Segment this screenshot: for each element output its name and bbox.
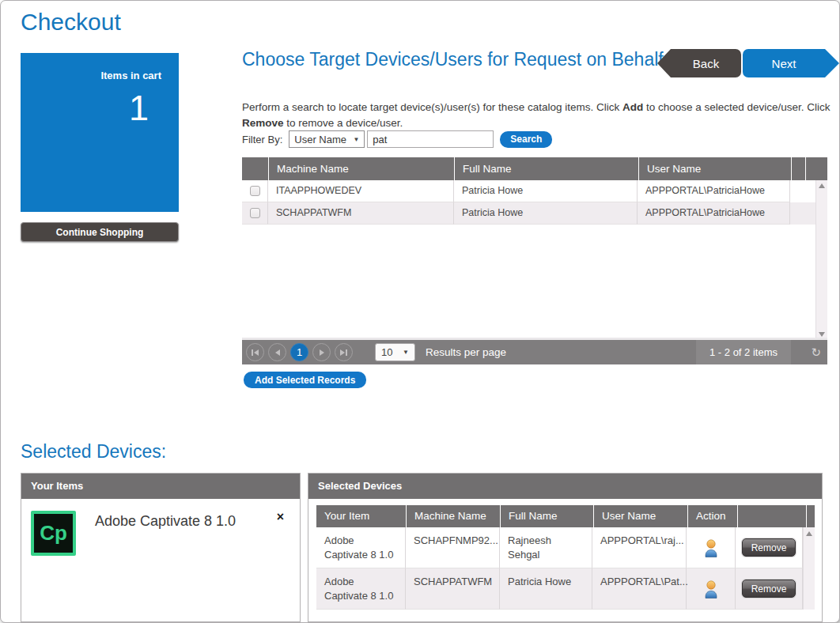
machine-name-cell: SCHAPPATWFM (268, 202, 454, 225)
scroll-up-icon[interactable] (806, 531, 812, 536)
table-row: Adobe Captivate 8 1.0 SCHAPFNMP92... Raj… (316, 527, 815, 568)
chevron-down-icon: ▼ (403, 349, 409, 356)
back-arrow-icon (657, 49, 671, 77)
user-icon[interactable] (703, 580, 719, 598)
selected-devices-panel: Selected Devices Your Item Machine Name … (308, 473, 823, 622)
selected-devices-header: Selected Devices (308, 474, 822, 499)
remove-button[interactable]: Remove (742, 538, 796, 557)
your-item-cell: Adobe Captivate 8 1.0 (316, 527, 406, 568)
user-name-cell: APPPORTAL\PatriciaHowe (638, 202, 790, 225)
full-name-column-header[interactable]: Full Name (455, 157, 638, 180)
search-input[interactable] (367, 130, 494, 148)
filter-field-selected: User Name (294, 134, 346, 145)
continue-shopping-button[interactable]: Continue Shopping (21, 222, 179, 242)
table-row[interactable]: ITAAPPHOWEDEV Patricia Howe APPPORTAL\Pa… (242, 180, 827, 202)
results-grid-header: Machine Name Full Name User Name (242, 157, 827, 180)
next-button-label: Next (743, 49, 825, 77)
user-name-column-header[interactable]: User Name (594, 505, 687, 527)
previous-page-icon (275, 349, 280, 356)
table-row[interactable]: SCHAPPATWFM Patricia Howe APPPORTAL\Patr… (242, 202, 827, 225)
add-selected-records-button[interactable]: Add Selected Records (244, 372, 366, 388)
captivate-logo-icon: Cp (31, 511, 76, 556)
user-name-cell: APPPORTAL\PatriciaHowe (638, 180, 790, 202)
user-name-column-header[interactable]: User Name (639, 157, 791, 180)
machine-name-column-header[interactable]: Machine Name (407, 505, 500, 527)
machine-name-cell: SCHAPFNMP92... (406, 527, 500, 568)
remove-button[interactable]: Remove (742, 580, 796, 598)
back-button[interactable]: Back (657, 49, 741, 77)
cart-items-count: 1 (129, 88, 149, 129)
checkout-page: Checkout Items in cart 1 Continue Shoppi… (0, 0, 840, 623)
page-size-value: 10 (381, 346, 392, 358)
full-name-cell: Patricia Howe (454, 180, 638, 202)
action-column-header[interactable]: Action (688, 505, 737, 527)
your-items-header: Your Items (21, 474, 300, 499)
next-button[interactable]: Next (743, 49, 839, 77)
table-row: Adobe Captivate 8 1.0 SCHAPPATWFM Patric… (316, 568, 815, 610)
filter-field-dropdown[interactable]: User Name ▼ (289, 130, 365, 148)
instructions-add-keyword: Add (622, 101, 643, 113)
remove-cell: Remove (736, 527, 803, 568)
cart-summary: Items in cart 1 (21, 53, 179, 212)
instructions-part3: to remove a device/user. (284, 117, 403, 129)
instructions-part1: Perform a search to locate target device… (242, 101, 622, 113)
last-page-icon (340, 349, 345, 356)
results-grid-body: ITAAPPHOWEDEV Patricia Howe APPPORTAL\Pa… (242, 180, 827, 340)
full-name-cell: Patricia Howe (500, 568, 592, 610)
user-name-cell: APPPORTAL\Pat... (592, 568, 687, 610)
first-page-button[interactable] (246, 343, 264, 361)
full-name-column-header[interactable]: Full Name (501, 505, 593, 527)
wizard-step-heading: Choose Target Devices/Users for Request … (242, 48, 665, 71)
pagination-bar: 1 10 ▼ Results per page 1 - 2 of 2 items… (242, 338, 827, 364)
first-page-icon (254, 349, 259, 356)
row-checkbox[interactable] (250, 186, 260, 196)
instructions-part2: to choose a selected device/user. Click (643, 101, 830, 113)
items-count-label: 1 - 2 of 2 items (696, 340, 791, 364)
action-cell (687, 527, 736, 568)
scrollbar-column-header (806, 157, 827, 180)
next-page-button[interactable] (312, 343, 331, 361)
filter-by-label: Filter By: (242, 134, 282, 145)
next-arrow-icon (825, 49, 839, 77)
vertical-scrollbar[interactable] (803, 527, 815, 610)
close-icon[interactable]: × (277, 510, 284, 524)
checkbox-column-header (242, 157, 268, 180)
your-item-column-header[interactable]: Your Item (316, 505, 406, 527)
action-cell (687, 568, 736, 610)
vertical-scrollbar[interactable] (815, 180, 827, 340)
scroll-down-icon[interactable] (819, 332, 825, 337)
scroll-up-icon[interactable] (819, 183, 825, 188)
instructions-text: Perform a search to locate target device… (242, 100, 834, 131)
chevron-down-icon: ▼ (353, 136, 359, 143)
last-page-button[interactable] (335, 343, 353, 361)
search-button[interactable]: Search (500, 131, 552, 148)
full-name-cell: Rajneesh Sehgal (500, 527, 592, 568)
spacer-column-header (792, 157, 805, 180)
current-page-button[interactable]: 1 (290, 343, 308, 361)
remove-column-header (738, 505, 806, 527)
page-size-dropdown[interactable]: 10 ▼ (375, 343, 415, 361)
user-name-cell: APPPORTAL\raj... (592, 527, 687, 568)
results-per-page-label: Results per page (426, 346, 506, 358)
your-items-panel: Your Items Cp Adobe Captivate 8 1.0 × (21, 473, 301, 622)
filter-bar: Filter By: User Name ▼ Search (242, 129, 552, 149)
remove-cell: Remove (736, 568, 803, 610)
previous-page-button[interactable] (268, 343, 286, 361)
cart-item-name: Adobe Captivate 8 1.0 (95, 513, 236, 530)
page-title: Checkout (21, 9, 121, 36)
search-results-grid: Machine Name Full Name User Name ITAAPPH… (242, 157, 827, 340)
selected-grid-header: Your Item Machine Name Full Name User Na… (316, 505, 815, 527)
scrollbar-column-header (807, 505, 815, 527)
refresh-icon[interactable]: ↻ (811, 345, 821, 360)
machine-name-cell: ITAAPPHOWEDEV (268, 180, 454, 202)
machine-name-cell: SCHAPPATWFM (406, 568, 500, 610)
row-checkbox-cell (242, 180, 268, 202)
your-item-cell: Adobe Captivate 8 1.0 (316, 568, 406, 610)
cart-items-label: Items in cart (100, 70, 161, 81)
user-icon[interactable] (703, 538, 719, 557)
row-checkbox-cell (242, 202, 268, 225)
row-checkbox[interactable] (250, 208, 260, 218)
machine-name-column-header[interactable]: Machine Name (269, 157, 454, 180)
selected-devices-heading: Selected Devices: (21, 441, 166, 463)
full-name-cell: Patricia Howe (454, 202, 638, 225)
